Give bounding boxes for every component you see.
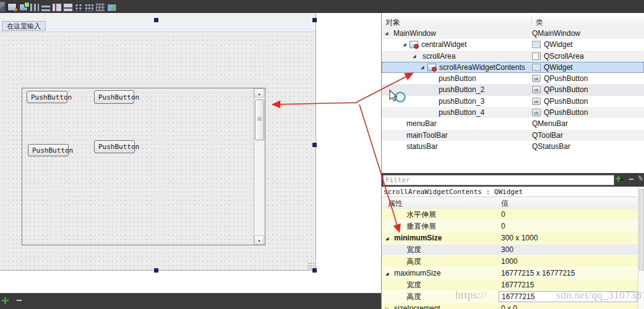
qwidget-class-icon [532, 64, 541, 71]
bottom-dock-toolbar: + − [0, 293, 381, 309]
qpushbutton-class-icon [532, 109, 541, 116]
remove-icon[interactable]: − [16, 295, 22, 306]
column-property: 属性 [388, 198, 403, 209]
push-button-1[interactable]: PushButton [27, 91, 67, 103]
layout-vertical-icon[interactable] [41, 4, 50, 11]
prop-row-min-height[interactable]: 高度 1000 [382, 256, 644, 268]
edit-widgets-icon[interactable] [7, 3, 17, 11]
selection-handle-bottom[interactable] [154, 268, 158, 273]
add-property-icon[interactable]: + [615, 172, 624, 185]
scrollbar-thumb[interactable] [255, 99, 264, 140]
property-scrollbar[interactable] [638, 187, 644, 309]
value-editor[interactable]: 16777215 [499, 291, 637, 302]
tree-row-menubar[interactable]: menuBar QMenuBar [382, 118, 644, 129]
prop-row-minimumsize[interactable]: minimumSize 300 x 1000 [382, 232, 644, 244]
push-button-2[interactable]: PushButton [94, 90, 134, 104]
property-toolbar: + − [382, 173, 644, 187]
selection-handle-top-right[interactable] [312, 18, 317, 22]
widget-icon [410, 41, 418, 48]
qpushbutton-class-icon [532, 75, 541, 82]
partial-icon[interactable] [0, 2, 5, 12]
selection-handle-top[interactable] [154, 18, 158, 22]
tree-row-centralwidget[interactable]: centralWidget QWidget [382, 39, 644, 50]
current-object-label: scrollAreaWidgetContents : QWidget [382, 187, 644, 197]
object-tree-header: 对象 类 [382, 16, 644, 28]
layout-form-icon[interactable] [75, 4, 82, 11]
push-button-3[interactable]: PushButton [28, 144, 69, 156]
main-toolbar [0, 0, 644, 14]
column-value: 值 [501, 198, 509, 209]
tree-row-pushbutton2[interactable]: pushButton_2 QPushButton [382, 84, 644, 95]
tree-row-pushbutton3[interactable]: pushButton_3 QPushButton [382, 96, 644, 107]
designed-form[interactable]: 在这里输入 PushButton PushButton PushButton P… [0, 13, 316, 271]
qpushbutton-class-icon [532, 98, 541, 105]
push-button-4[interactable]: PushButton [94, 140, 135, 153]
property-table: 水平伸展 0 垂直伸展 0 minimumSize 300 x 1000 宽度 … [382, 209, 644, 309]
scroll-down-icon[interactable] [254, 235, 264, 245]
layout-grid-icon[interactable] [85, 4, 93, 11]
scroll-up-icon[interactable] [254, 88, 264, 98]
tree-row-statusbar[interactable]: statusBar QStatusBar [382, 141, 644, 152]
tree-row-pushbutton[interactable]: pushButton QPushButton [382, 73, 644, 84]
tree-row-scrollarea[interactable]: scrollArea QScrollArea [382, 51, 644, 62]
expand-icon[interactable] [385, 232, 389, 244]
splitter-horizontal-icon[interactable] [53, 4, 61, 11]
column-class: 类 [536, 17, 543, 28]
edit-pencil-icon[interactable] [636, 174, 644, 184]
prop-row-max-width[interactable]: 宽度 16777215 [382, 279, 644, 291]
edit-signals-slots-icon[interactable] [19, 4, 28, 11]
qt-designer-window: 在这里输入 PushButton PushButton PushButton P… [0, 0, 644, 309]
qwidget-class-icon [532, 41, 541, 48]
filter-input[interactable] [383, 175, 614, 185]
adjust-size-icon[interactable] [107, 4, 117, 12]
tree-row-pushbutton4[interactable]: pushButton_4 QPushButton [382, 107, 644, 118]
layout-horizontal-icon[interactable] [30, 4, 39, 11]
qpushbutton-class-icon [532, 86, 541, 93]
prop-row-min-width[interactable]: 宽度 300 [382, 244, 644, 256]
column-separator[interactable] [531, 17, 532, 26]
prop-row-vstretch[interactable]: 垂直伸展 0 [382, 221, 644, 232]
menu-type-here[interactable]: 在这里输入 [2, 21, 46, 31]
prop-row-hstretch[interactable]: 水平伸展 0 [382, 209, 644, 221]
mdi-area: 在这里输入 PushButton PushButton PushButton P… [0, 13, 381, 293]
widget-icon [427, 64, 436, 71]
remove-property-icon[interactable]: − [629, 174, 634, 184]
expand-icon[interactable] [385, 303, 389, 309]
expand-icon[interactable] [403, 39, 406, 50]
selection-handle-bottom-right[interactable] [312, 268, 317, 273]
expand-icon[interactable] [385, 268, 389, 279]
prop-row-max-height[interactable]: 高度 16777215 [382, 291, 644, 303]
prop-row-maximumsize[interactable]: maximumSize 16777215 x 16777215 [382, 268, 644, 279]
splitter-vertical-icon[interactable] [64, 4, 72, 11]
object-tree: MainWindow QMainWindow centralWidget QWi… [382, 28, 644, 152]
prop-row-sizeincrement[interactable]: sizeIncrement 0 x 0 [382, 303, 644, 309]
expand-icon[interactable] [421, 62, 424, 73]
selection-handle-right[interactable] [312, 143, 317, 147]
tree-row-maintoolbar[interactable]: mainToolBar QToolBar [382, 130, 644, 141]
tree-row-scrollareawidgetcontents[interactable]: scrollAreaWidgetContents QWidget [382, 62, 644, 73]
property-table-header: 属性 值 [382, 197, 644, 210]
expand-icon[interactable] [385, 28, 388, 39]
vertical-scrollbar[interactable] [254, 88, 265, 245]
scroll-area[interactable] [22, 88, 265, 245]
qscrollarea-class-icon [532, 53, 541, 60]
column-object: 对象 [385, 17, 400, 28]
expand-icon[interactable] [413, 51, 416, 62]
tree-row-mainwindow[interactable]: MainWindow QMainWindow [382, 28, 644, 39]
break-layout-icon[interactable] [96, 3, 105, 11]
inspector-panel: 对象 类 MainWindow QMainWindow centralWidge… [382, 13, 644, 309]
add-icon[interactable]: + [1, 293, 9, 309]
